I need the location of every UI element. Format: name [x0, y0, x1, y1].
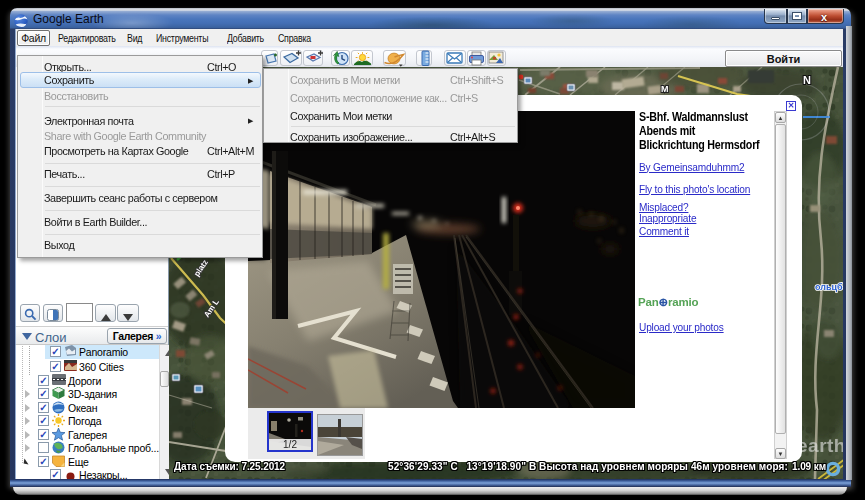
svg-text:earth: earth — [797, 435, 843, 456]
svg-text:M: M — [661, 84, 669, 94]
svg-text:ольцбек: ольцбек — [815, 282, 843, 292]
svg-text:N: N — [803, 74, 811, 86]
